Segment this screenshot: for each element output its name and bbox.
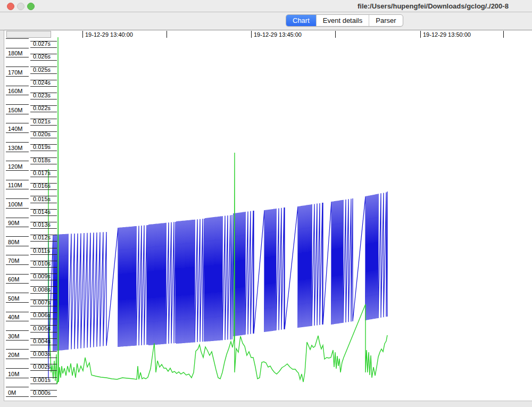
chart-panel (4, 30, 532, 401)
tab-bar: Chart Event details Parser (0, 12, 532, 30)
minimize-button[interactable] (17, 3, 24, 10)
gcviewer-window: file:/Users/hupengfei/Downloads/gclog/./… (0, 0, 532, 407)
title-bar: file:/Users/hupengfei/Downloads/gclog/./… (0, 0, 532, 12)
tab-event-details[interactable]: Event details (317, 15, 369, 26)
tab-chart[interactable]: Chart (286, 15, 317, 26)
window-title: file:/Users/hupengfei/Downloads/gclog/./… (358, 2, 509, 10)
tab-parser[interactable]: Parser (369, 15, 402, 26)
axis-corner-box (6, 31, 51, 38)
close-button[interactable] (7, 3, 14, 10)
tab-group: Chart Event details Parser (286, 14, 403, 27)
zoom-button[interactable] (27, 3, 35, 10)
